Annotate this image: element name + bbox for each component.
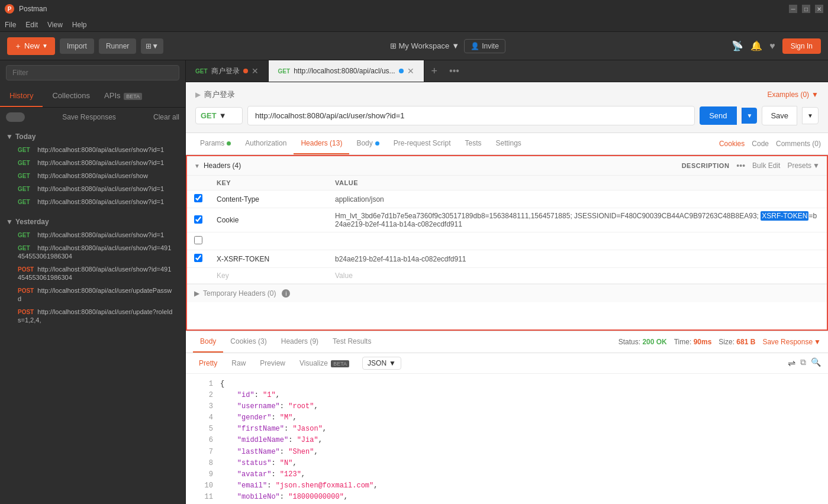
list-item[interactable]: GET http://localhost:8080/api/acl/user/s… [6,228,179,241]
search-icon[interactable]: 🔍 [811,357,821,369]
checkbox-cell[interactable] [187,232,210,250]
list-item[interactable]: POST http://localhost:8080/api/acl/user/… [6,284,179,305]
comments-link[interactable]: Comments (0) [776,140,821,148]
satellite-icon[interactable]: 📡 [732,40,743,51]
list-item[interactable]: GET http://localhost:8080/api/acl/user/s… [6,156,179,169]
tab-pre-request-script[interactable]: Pre-request Script [386,133,458,154]
tab-tests[interactable]: Tests [458,133,488,154]
menu-file[interactable]: File [5,21,16,29]
resp-tab-body[interactable]: Body [193,331,223,353]
row-checkbox[interactable] [194,254,202,262]
maximize-button[interactable]: □ [802,5,810,13]
menu-edit[interactable]: Edit [25,21,38,29]
menu-view[interactable]: View [47,21,63,29]
proxy-button[interactable]: ⊞▼ [141,38,163,54]
examples-link[interactable]: Examples (0) ▼ [767,91,819,99]
save-responses-toggle[interactable] [6,112,25,122]
import-button[interactable]: Import [60,38,94,54]
list-item[interactable]: GET http://localhost:8080/api/acl/user/s… [6,241,179,263]
list-item[interactable]: GET http://localhost:8080/api/acl/user/s… [6,143,179,156]
new-tab-button[interactable]: + [424,65,445,77]
new-button[interactable]: ＋ New ▼ [7,37,55,55]
tab-headers[interactable]: Headers (13) [294,133,349,154]
method-badge: POST [18,309,36,315]
key-cell[interactable]: Cookie [210,208,328,232]
cookies-link[interactable]: Cookies [719,140,745,148]
heart-icon[interactable]: ♥ [769,41,775,51]
save-response-button[interactable]: Save Response ▼ [762,338,821,346]
runner-button[interactable]: Runner [99,38,136,54]
tab-params[interactable]: Params [193,133,238,154]
bell-icon[interactable]: 🔔 [750,40,762,51]
row-checkbox[interactable] [194,194,202,202]
value-cell[interactable]: b24ae219-b2ef-411a-b14a-c082ecdfd911 [328,250,827,268]
format-selector[interactable]: JSON ▼ [362,357,401,370]
today-section-header[interactable]: ▼ Today [6,130,179,143]
value-cell[interactable]: application/json [328,190,827,208]
sign-in-button[interactable]: Sign In [782,38,821,54]
tab-body[interactable]: Body [349,133,386,154]
bulk-edit-button[interactable]: Bulk Edit [752,161,780,170]
collapse-icon[interactable]: ▼ [194,163,200,169]
copy-icon[interactable]: ⧉ [800,357,806,369]
save-dropdown-button[interactable]: ▼ [802,107,819,124]
url-input[interactable] [247,106,695,125]
key-cell-placeholder[interactable]: Key [210,268,328,284]
code-link[interactable]: Code [752,140,769,148]
list-item[interactable]: GET http://localhost:8080/api/acl/user/s… [6,182,179,195]
tab-history[interactable]: History [0,85,43,107]
minimize-button[interactable]: ─ [789,5,797,13]
checkbox-cell [187,268,210,284]
close-button[interactable]: ✕ [815,5,823,13]
resp-body-tab-preview[interactable]: Preview [254,357,291,370]
presets-button[interactable]: Presets ▼ [787,161,820,170]
wrap-icon[interactable]: ⇌ [788,357,795,369]
tab-authorization[interactable]: Authorization [238,133,294,154]
resp-body-tab-visualize[interactable]: Visualize BETA [294,357,355,370]
headers-section-title: ▼ Headers (4) DESCRIPTION ••• Bulk Edit … [187,156,827,176]
save-button[interactable]: Save [762,106,797,125]
send-dropdown-button[interactable]: ▼ [742,108,758,124]
tab-close-icon[interactable]: ✕ [252,66,259,76]
row-checkbox[interactable] [194,215,202,224]
row-checkbox[interactable] [194,236,202,244]
method-badge: GET [18,245,36,251]
clear-all-button[interactable]: Clear all [153,113,179,121]
temp-headers-section[interactable]: ▶ Temporary Headers (0) i [187,284,827,302]
value-cell-empty[interactable] [328,232,827,250]
list-item[interactable]: GET http://localhost:8080/api/acl/user/s… [6,195,179,208]
key-cell[interactable]: X-XSRF-TOKEN [210,250,328,268]
tab-item-api[interactable]: GET http://localhost:8080/api/acl/us... … [269,60,424,82]
resp-body-tab-pretty[interactable]: Pretty [193,357,223,370]
collapse-icon[interactable]: ▶ [195,91,201,99]
filter-input[interactable] [6,65,179,80]
tab-more-button[interactable]: ••• [444,66,464,76]
body-dot [375,141,379,146]
send-button[interactable]: Send [700,106,736,125]
key-cell-empty[interactable] [210,232,328,250]
resp-tab-cookies[interactable]: Cookies (3) [223,331,273,353]
tab-item-merchant[interactable]: GET 商户登录 ✕ [186,60,269,82]
method-selector[interactable]: GET ▼ [195,107,243,124]
workspace-button[interactable]: ⊞ My Workspace ▼ [390,41,460,50]
value-cell-placeholder[interactable]: Value [328,268,827,284]
checkbox-cell[interactable] [187,208,210,232]
tab-settings[interactable]: Settings [489,133,529,154]
resp-body-tab-raw[interactable]: Raw [225,357,252,370]
checkbox-cell[interactable] [187,190,210,208]
more-options-button[interactable]: ••• [736,161,745,170]
tab-close-icon[interactable]: ✕ [407,66,414,76]
tab-apis[interactable]: APIs BETA [99,85,147,107]
resp-tab-test-results[interactable]: Test Results [326,331,378,353]
invite-button[interactable]: 👤 Invite [464,39,505,53]
tab-collections[interactable]: Collections [43,85,99,107]
resp-tab-headers[interactable]: Headers (9) [274,331,326,353]
yesterday-section-header[interactable]: ▼ Yesterday [6,215,179,228]
key-cell[interactable]: Content-Type [210,190,328,208]
list-item[interactable]: POST http://localhost:8080/api/acl/user/… [6,263,179,284]
checkbox-cell[interactable] [187,250,210,268]
menu-help[interactable]: Help [72,21,87,29]
list-item[interactable]: GET http://localhost:8080/api/acl/user/s… [6,169,179,182]
method-value: GET [201,111,217,120]
list-item[interactable]: POST http://localhost:8080/api/acl/user/… [6,305,179,327]
